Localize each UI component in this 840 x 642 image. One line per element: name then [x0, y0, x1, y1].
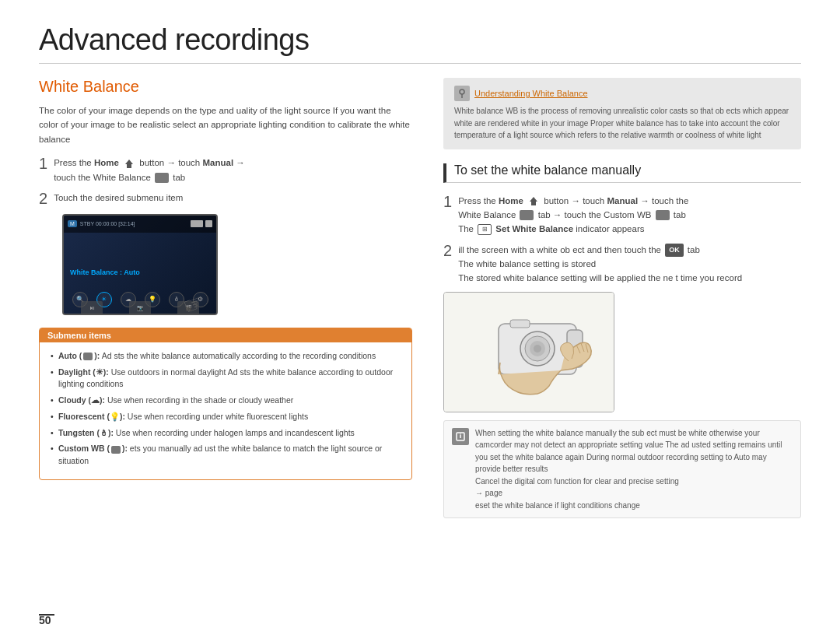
submenu-item-auto: Auto (): Ad sts the white balance automa…	[51, 350, 401, 363]
rstep1-wb-icon	[520, 210, 534, 220]
left-column: White Balance The color of your image de…	[39, 78, 412, 518]
battery-icon	[191, 220, 203, 227]
rstep2-d: The stored white balance setting will be…	[458, 273, 742, 282]
info-box: Understanding White Balance White balanc…	[443, 78, 801, 149]
rstep1-b: button → touch	[544, 196, 607, 205]
step1-text-b: button → touch	[139, 158, 202, 167]
camera-status-text: STBY 00:00:00 [32:14]	[80, 221, 135, 226]
intro-text: The color of your image depends on the t…	[39, 103, 412, 146]
svg-marker-3	[530, 197, 537, 205]
step-2-content: Touch the desired submenu item	[54, 191, 412, 208]
submenu-cloudy-text: Use when recording in the shade or cloud…	[107, 395, 293, 405]
note-box: When setting the white balance manually …	[443, 420, 801, 519]
rstep1-home: Home	[499, 196, 523, 205]
submenu-item-customwb: Custom WB (): ets you manually ad ust th…	[51, 443, 401, 468]
home-icon	[123, 157, 135, 170]
camera-status-icons	[191, 220, 212, 227]
submenu-item-daylight: Daylight (☀): Use outdoors in normal day…	[51, 367, 401, 391]
rstep1-g: The	[458, 224, 476, 233]
camera-wb-label: White Balance : Auto	[70, 268, 140, 276]
submenu-cloudy-bold: Cloudy (☁):	[58, 395, 105, 405]
step-1-num: 1	[39, 154, 47, 184]
camera-mode-badge: M	[68, 220, 77, 227]
rstep2-b: tab	[688, 245, 700, 254]
title-divider	[39, 63, 801, 64]
step-1: 1 Press the Home button → touch Manual →…	[39, 156, 412, 184]
rstep1-manual: Manual	[607, 196, 638, 205]
right-step-1-content: Press the Home button → touch Manual → t…	[458, 194, 801, 237]
auto-icon	[83, 353, 93, 360]
submenu-item-cloudy: Cloudy (☁): Use when recording in the sh…	[51, 395, 401, 407]
step1-text-d: touch the White Balance	[54, 173, 153, 182]
rstep2-a: ill the screen with a white ob ect and t…	[458, 245, 663, 254]
svg-rect-10	[510, 320, 530, 328]
right-step-1-num: 1	[443, 192, 452, 237]
right-step-1: 1 Press the Home button → touch Manual →…	[443, 194, 801, 237]
submenu-daylight-text: Use outdoors in normal daylight Ad sts t…	[58, 367, 393, 389]
submenu-tungsten-bold: Tungsten (🕯):	[58, 428, 114, 437]
rstep1-f: tab	[674, 210, 686, 219]
svg-point-17	[460, 433, 461, 435]
rstep1-setwb: Set White Balance	[495, 224, 573, 233]
camera-top-bar: M STBY 00:00:00 [32:14]	[64, 216, 216, 233]
camera-hand-drawing	[443, 292, 614, 412]
note-icon	[452, 428, 469, 445]
submenu-list: Auto (): Ad sts the white balance automa…	[51, 350, 401, 468]
two-col-layout: White Balance The color of your image de…	[39, 78, 801, 518]
rstep1-a: Press the	[458, 196, 499, 205]
step1-text-e: tab	[173, 173, 185, 182]
wb-tab-icon	[155, 173, 169, 183]
submenu-item-tungsten: Tungsten (🕯): Use when recording under h…	[51, 427, 401, 440]
page-title: Advanced recordings	[39, 23, 801, 57]
step1-arrow: →	[236, 158, 245, 167]
camera-screen-mockup: M STBY 00:00:00 [32:14] White Balance : …	[62, 214, 218, 315]
step-2-num: 2	[39, 189, 47, 208]
to-set-heading: To set the white balance manually	[443, 163, 801, 183]
info-box-header: Understanding White Balance	[454, 86, 790, 101]
submenu-fluorescent-text: Use when recording under white fluoresce…	[128, 412, 308, 421]
step2-text: Touch the desired submenu item	[54, 193, 183, 202]
rstep1-c: → touch the	[640, 196, 688, 205]
submenu-fluorescent-bold: Fluorescent (💡):	[58, 412, 125, 421]
right-step-2: 2 ill the screen with a white ob ect and…	[443, 243, 801, 286]
set-wb-icon: ⊞	[478, 224, 492, 235]
svg-point-1	[460, 89, 464, 94]
submenu-tungsten-text: Use when recording under halogen lamps a…	[116, 428, 355, 437]
right-step-2-content: ill the screen with a white ob ect and t…	[458, 243, 801, 286]
submenu-auto-bold: Auto (	[58, 351, 82, 360]
rstep2-c: The white balance setting is stored	[458, 259, 596, 268]
submenu-daylight-bold: Daylight (☀):	[58, 367, 109, 377]
submenu-customwb-bold: Custom WB (	[58, 444, 110, 453]
info-box-icon	[454, 86, 470, 101]
info-box-title: Understanding White Balance	[474, 89, 588, 98]
step1-home: Home	[94, 158, 119, 167]
rstep1-e: tab → touch the Custom WB	[538, 210, 654, 219]
rstep1-custom-icon	[656, 210, 670, 220]
submenu-item-fluorescent: Fluorescent (💡): Use when recording unde…	[51, 411, 401, 423]
submenu-box: Submenu items Auto (): Ad sts the white …	[39, 328, 412, 480]
customwb-icon	[111, 446, 121, 454]
ok-tab: OK	[665, 244, 684, 256]
page-number: 50	[39, 614, 51, 626]
cam-extra-icon-1: ⏯	[81, 301, 103, 315]
note-text: When setting the white balance manually …	[475, 427, 793, 512]
step1-text-a: Press the	[54, 158, 94, 167]
rstep1-h: indicator appears	[576, 224, 644, 233]
right-step-2-num: 2	[443, 241, 452, 286]
camera-hand-svg	[444, 293, 614, 412]
info-box-text: White balance WB is the process of remov…	[454, 105, 790, 142]
svg-marker-0	[125, 160, 133, 168]
submenu-heading: Submenu items	[40, 328, 411, 342]
rstep1-home-icon	[527, 195, 540, 207]
white-balance-heading: White Balance	[39, 78, 412, 96]
submenu-auto-text: Ad sts the white balance automatically a…	[102, 351, 376, 360]
record-icon	[205, 220, 212, 227]
page-container: Advanced recordings White Balance The co…	[0, 0, 840, 642]
camera-screen-inner: M STBY 00:00:00 [32:14] White Balance : …	[64, 216, 216, 314]
svg-point-9	[534, 345, 541, 353]
cam-extra-icon-2: 📷	[129, 301, 151, 315]
step1-manual: Manual	[202, 158, 233, 167]
right-column: Understanding White Balance White balanc…	[443, 78, 801, 518]
rstep1-d: White Balance	[458, 210, 518, 219]
step-2: 2 Touch the desired submenu item	[39, 191, 412, 208]
